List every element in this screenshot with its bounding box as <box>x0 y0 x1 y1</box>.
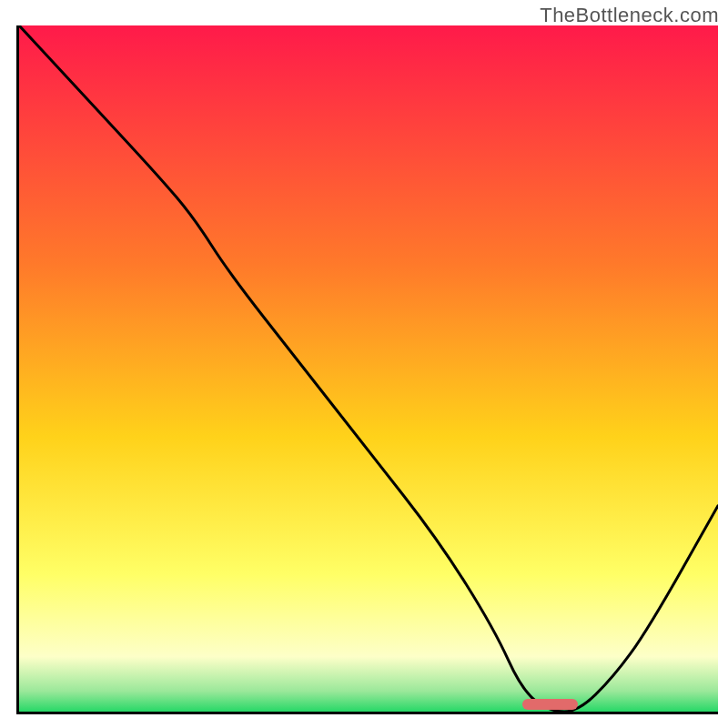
plot-area <box>16 25 718 714</box>
chart-root: TheBottleneck.com <box>0 0 728 728</box>
bottleneck-curve <box>19 25 718 712</box>
optimal-range-marker <box>522 699 578 710</box>
watermark-text: TheBottleneck.com <box>540 4 719 27</box>
